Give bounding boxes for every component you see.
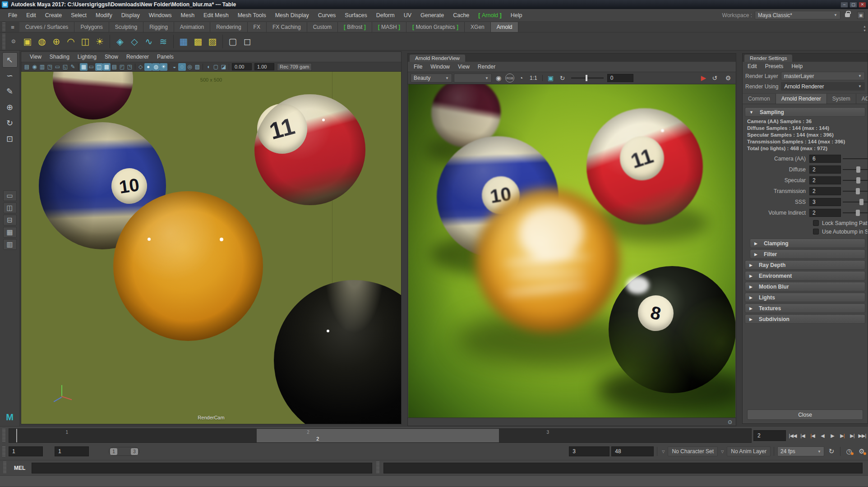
depth-of-field-icon[interactable]: ◖ (204, 63, 212, 71)
renderview-settings-gear-icon[interactable]: ⚙ (723, 73, 733, 83)
section-textures[interactable]: ▶Textures (745, 303, 865, 313)
renderview-menu-view[interactable]: View (454, 64, 474, 70)
mel-divider-grip[interactable] (376, 461, 379, 473)
grease-pencil-icon[interactable]: ✎ (69, 63, 77, 71)
animation-preferences-icon[interactable]: ⚙ (856, 447, 867, 455)
grid-icon[interactable]: ▦ (80, 63, 88, 71)
lock-camera-icon[interactable]: ◉ (31, 63, 38, 71)
mesh-light-icon[interactable]: ⊕ (49, 34, 64, 49)
move-tool[interactable]: ⊕ (2, 100, 18, 115)
sampling-slider-transmission[interactable] (843, 187, 868, 195)
wireframe-icon[interactable]: ◇ (137, 63, 144, 71)
animation-end-field[interactable]: 48 (611, 446, 654, 456)
time-slider[interactable]: 123 2 (9, 428, 752, 443)
tab-arnold-renderer[interactable]: Arnold Renderer (776, 94, 827, 104)
save-image-icon[interactable]: ⊙ (728, 419, 732, 425)
checkbox-use-autobump-in-sss[interactable] (813, 229, 819, 234)
anim-layer-menu-icon[interactable]: ▽ (720, 450, 725, 454)
step-forward-key-button[interactable]: ▶| (837, 430, 847, 441)
step-back-key-button[interactable]: |◀ (808, 430, 817, 441)
pan-zoom-2d-icon[interactable]: ◱ (61, 63, 69, 71)
skydome-light-icon[interactable]: ◍ (35, 34, 49, 49)
range-slider-grip[interactable] (2, 446, 5, 456)
section-filter[interactable]: ▶Filter (750, 249, 865, 259)
snapshot-icon[interactable]: ◉ (494, 73, 503, 83)
close-button[interactable]: Close (747, 409, 863, 420)
field-chart-icon[interactable]: ▤ (111, 63, 118, 71)
menu-edit-mesh[interactable]: Edit Mesh (199, 12, 233, 18)
menu-generate[interactable]: Generate (416, 12, 448, 18)
image-plane-icon[interactable]: ▭ (54, 63, 61, 71)
playback-start-field[interactable]: 1 (55, 446, 89, 456)
slider-handle[interactable] (856, 166, 860, 173)
playback-end-field[interactable]: 3 (569, 446, 609, 456)
menu-select[interactable]: Select (66, 12, 91, 18)
section-environment[interactable]: ▶Environment (745, 271, 865, 280)
ui-toggle-button[interactable]: ▣ (857, 12, 864, 19)
layout-two-pane-side[interactable]: ◫ (3, 202, 17, 213)
menu-help[interactable]: Help (506, 12, 527, 18)
shelf-tab-fx-caching[interactable]: FX Caching (267, 22, 307, 32)
shelf-tab-polygons[interactable]: Polygons (74, 22, 109, 32)
fps-dropdown[interactable]: 24 fps ▼ (777, 446, 824, 456)
renderview-menu-file[interactable]: File (410, 64, 426, 70)
sampling-slider-camera-aa[interactable] (843, 155, 868, 163)
shelf-scroll-down-icon[interactable]: ▼ (863, 29, 866, 32)
select-tool[interactable]: ↖ (2, 52, 18, 68)
sampling-slider-sss[interactable] (843, 198, 868, 206)
menu-windows[interactable]: Windows (144, 12, 176, 18)
tab-aovs[interactable]: AOVs (856, 94, 868, 104)
checkbox-lock-sampling-patter[interactable] (813, 220, 819, 226)
renderview-title-tab[interactable]: Arnold RenderView (410, 55, 465, 62)
character-set-dropdown[interactable]: No Character Set (668, 446, 718, 456)
range-slider[interactable]: 1 3 (109, 447, 139, 456)
region-render-icon[interactable]: ▣ (546, 73, 556, 83)
menu-create[interactable]: Create (41, 12, 67, 18)
gamma-field[interactable]: 1.00 (254, 63, 274, 70)
select-camera-icon[interactable]: ▤ (23, 63, 31, 71)
play-forwards-button[interactable]: ▶ (827, 430, 837, 441)
section-ray-depth[interactable]: ▶Ray Depth (745, 260, 865, 270)
layout-two-pane-stack[interactable]: ⊟ (3, 215, 17, 225)
zoom-ratio-label[interactable]: 1:1 (528, 75, 539, 81)
shelf-gear-icon[interactable]: ⚙ (9, 38, 18, 45)
sampling-value-volume-indirect[interactable]: 2 (809, 209, 841, 217)
slider-value-field[interactable]: 0 (607, 74, 633, 82)
render-settings-menu-help[interactable]: Help (787, 63, 807, 69)
command-line-grip[interactable] (3, 461, 6, 473)
menu-curves[interactable]: Curves (314, 12, 341, 18)
shelf-scroll-up-icon[interactable]: ▲ (863, 25, 866, 28)
menu-display[interactable]: Display (117, 12, 144, 18)
anim-layer-dropdown[interactable]: No Anim Layer (727, 446, 771, 456)
continuous-render-icon[interactable]: ↺ (710, 73, 720, 83)
tab-common[interactable]: Common (743, 94, 776, 104)
camera-attributes-icon[interactable]: ▥ (38, 63, 46, 71)
workspace-lock-icon[interactable] (845, 13, 850, 17)
shelf-tab-xgen[interactable]: XGen (465, 22, 491, 32)
auto-key-icon[interactable]: ◷ (844, 447, 854, 455)
menu-mesh[interactable]: Mesh (176, 12, 199, 18)
play-backwards-button[interactable]: ◀ (817, 430, 827, 441)
background-swatch-icon[interactable]: ◔ (516, 73, 526, 83)
smooth-shade-icon[interactable]: ● (144, 63, 152, 71)
viewport-menu-show[interactable]: Show (101, 54, 122, 60)
display-gamma-slider[interactable] (571, 78, 604, 78)
paint-select-tool[interactable]: ✎ (2, 84, 18, 99)
shelf-tab-rigging[interactable]: Rigging (143, 22, 174, 32)
workspace-dropdown[interactable]: Maya Classic* ▼ (755, 11, 840, 19)
exposure-field[interactable]: 0.00 (232, 63, 252, 70)
sampling-slider-volume-indirect[interactable] (843, 209, 868, 217)
render-view-icon[interactable]: ▦ (176, 34, 191, 49)
mel-label[interactable]: MEL (10, 465, 29, 471)
use-all-lights-icon[interactable]: ☀ (160, 63, 167, 71)
standin-icon[interactable]: ◈ (113, 34, 127, 49)
go-to-end-button[interactable]: ▶▶| (857, 430, 867, 441)
section-subdivision[interactable]: ▶Subdivision (745, 314, 865, 324)
bookmarks-icon[interactable]: ◳ (46, 63, 54, 71)
animation-start-field[interactable]: 1 (9, 446, 43, 456)
menu-deform[interactable]: Deform (372, 12, 399, 18)
render-settings-menu-presets[interactable]: Presets (761, 63, 788, 69)
slider-handle[interactable] (856, 177, 860, 184)
render-using-dropdown[interactable]: Arnold Renderer ▼ (781, 82, 865, 91)
sampling-slider-specular[interactable] (843, 176, 868, 184)
